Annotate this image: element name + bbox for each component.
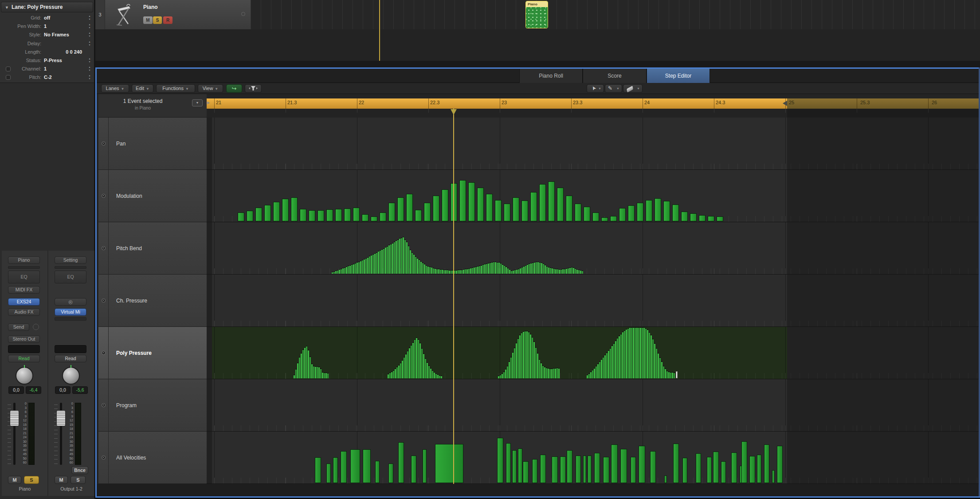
step-column[interactable] [481,265,482,274]
step-bar[interactable] [619,208,626,221]
step-column[interactable] [582,271,583,274]
step-column[interactable] [659,358,661,379]
step-column[interactable] [620,334,622,378]
step-column[interactable] [477,266,478,274]
pointer-tool-button[interactable]: ➤ ▼ [587,84,604,93]
step-bar[interactable] [380,212,386,221]
step-column[interactable] [405,354,407,379]
step-column[interactable] [568,268,569,274]
step-column[interactable] [520,268,521,274]
menu-view[interactable]: View▼ [198,84,223,93]
step-column[interactable] [518,269,519,274]
step-column[interactable] [398,365,400,379]
step-column[interactable] [320,369,321,378]
step-column[interactable] [590,372,592,378]
step-column[interactable] [443,270,445,274]
step-column[interactable] [537,353,538,378]
lane-row-all-velocities[interactable] [207,432,980,484]
step-column[interactable] [606,353,608,378]
row-value[interactable]: C-2 [44,73,52,82]
lane-row-modulation[interactable] [207,170,980,222]
row-stepper[interactable]: ▲▼ [87,57,92,64]
step-column[interactable] [341,269,342,274]
velocity-bar[interactable] [576,456,581,483]
step-column[interactable] [459,270,461,274]
step-column[interactable] [304,347,306,378]
step-column[interactable] [610,348,611,378]
row-value[interactable]: P-Press [44,56,62,65]
row-stepper[interactable]: ▲▼ [87,40,92,47]
velocity-bar[interactable] [326,464,331,483]
step-column[interactable] [571,267,572,274]
step-column[interactable] [562,269,564,274]
step-column[interactable] [530,263,532,274]
step-column[interactable] [612,346,613,378]
step-column[interactable] [337,270,338,274]
step-column[interactable] [652,339,654,378]
step-column[interactable] [435,373,437,378]
lane-header-modulation[interactable]: Modulation [98,170,207,222]
track-mute-button[interactable]: M [143,16,153,24]
step-column[interactable] [530,334,531,378]
step-column[interactable] [310,357,311,378]
row-stepper[interactable]: ▲▼ [87,23,92,30]
step-column[interactable] [403,237,404,274]
step-column[interactable] [526,331,528,378]
step-column[interactable] [466,269,468,274]
step-column[interactable] [542,365,544,378]
step-column[interactable] [324,373,325,378]
step-column[interactable] [573,267,574,274]
step-column[interactable] [629,327,631,378]
velocity-bar[interactable] [696,453,701,483]
step-column[interactable] [322,372,323,378]
step-column[interactable] [372,254,374,274]
track-record-button[interactable]: R [163,16,172,24]
step-column[interactable] [374,253,376,274]
step-column[interactable] [654,343,655,378]
step-bar[interactable] [371,216,377,221]
audio-fx-slot[interactable]: Audio FX [8,308,40,316]
step-column[interactable] [656,348,657,378]
solo-button[interactable]: S [24,476,39,484]
step-column[interactable] [407,351,408,379]
step-column[interactable] [553,368,554,378]
step-column[interactable] [601,359,602,378]
pan-value[interactable]: 0,0 [55,386,71,394]
step-column[interactable] [559,269,560,274]
step-column[interactable] [546,368,547,378]
step-column[interactable] [624,330,625,378]
step-column[interactable] [672,372,673,378]
step-column[interactable] [433,268,434,274]
step-column[interactable] [418,339,419,378]
step-bar[interactable] [451,183,457,221]
step-column[interactable] [500,375,501,378]
velocity-bar[interactable] [611,444,618,483]
input-format-button[interactable]: ◎ [55,298,86,306]
step-column[interactable] [640,327,641,378]
lane-enable-dot[interactable] [102,246,106,250]
step-bar[interactable] [575,204,581,221]
step-column[interactable] [642,327,643,378]
velocity-bar[interactable] [757,455,761,483]
step-column[interactable] [503,372,505,378]
step-column[interactable] [449,270,450,274]
playhead-marker[interactable] [451,109,457,115]
step-column[interactable] [549,369,551,378]
step-column[interactable] [533,342,535,378]
step-column[interactable] [603,357,604,378]
velocity-bar[interactable] [375,461,380,483]
velocity-bar[interactable] [506,443,511,483]
step-column[interactable] [397,240,399,274]
step-column[interactable] [358,262,360,274]
step-column[interactable] [388,245,390,274]
step-column[interactable] [529,263,530,274]
step-column[interactable] [643,327,645,378]
step-bar[interactable] [344,208,351,221]
step-column[interactable] [594,368,595,378]
step-column[interactable] [472,267,473,274]
velocity-bar[interactable] [540,455,546,483]
step-column[interactable] [335,271,337,274]
step-column[interactable] [391,372,392,379]
row-value[interactable]: 1 [44,65,47,73]
step-column[interactable] [412,252,413,274]
